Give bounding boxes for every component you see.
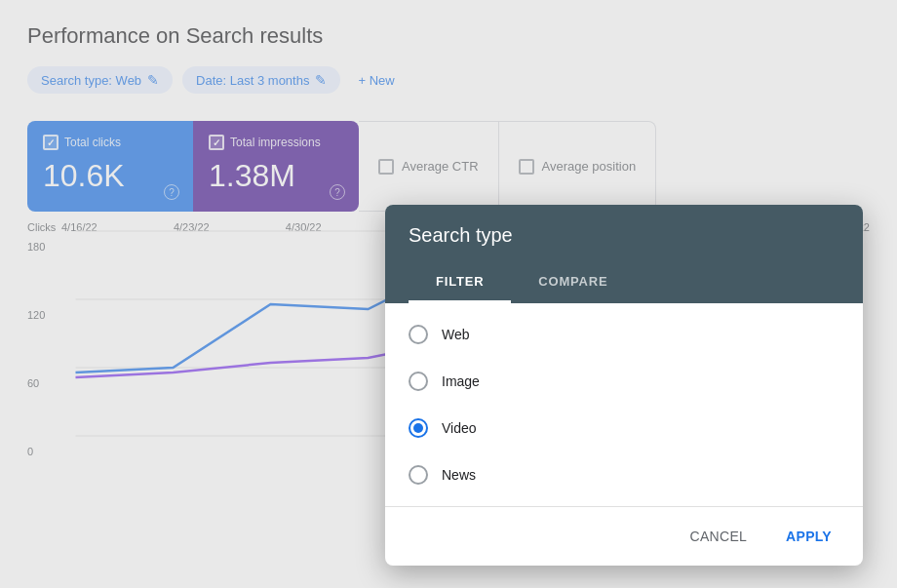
option-news[interactable]: News <box>385 451 863 498</box>
apply-button[interactable]: APPLY <box>770 519 847 554</box>
radio-image-label: Image <box>442 373 480 389</box>
modal-footer: CANCEL APPLY <box>385 506 863 566</box>
radio-image[interactable] <box>409 372 428 391</box>
cancel-button[interactable]: CANCEL <box>675 519 763 554</box>
tab-compare[interactable]: COMPARE <box>511 262 635 303</box>
modal-header: Search type FILTER COMPARE <box>385 205 863 303</box>
radio-news[interactable] <box>409 465 428 485</box>
option-web[interactable]: Web <box>385 311 863 358</box>
radio-web-label: Web <box>442 327 470 342</box>
option-video[interactable]: Video <box>385 405 863 451</box>
search-type-modal: Search type FILTER COMPARE Web Image Vid… <box>385 205 863 566</box>
modal-title: Search type <box>409 224 839 247</box>
radio-news-label: News <box>442 467 476 483</box>
modal-tabs: FILTER COMPARE <box>409 262 839 303</box>
option-image[interactable]: Image <box>385 358 863 405</box>
tab-filter[interactable]: FILTER <box>409 262 511 303</box>
modal-body: Web Image Video News <box>385 303 863 506</box>
radio-web[interactable] <box>409 325 428 344</box>
radio-video-label: Video <box>442 420 477 436</box>
radio-video[interactable] <box>409 418 428 438</box>
